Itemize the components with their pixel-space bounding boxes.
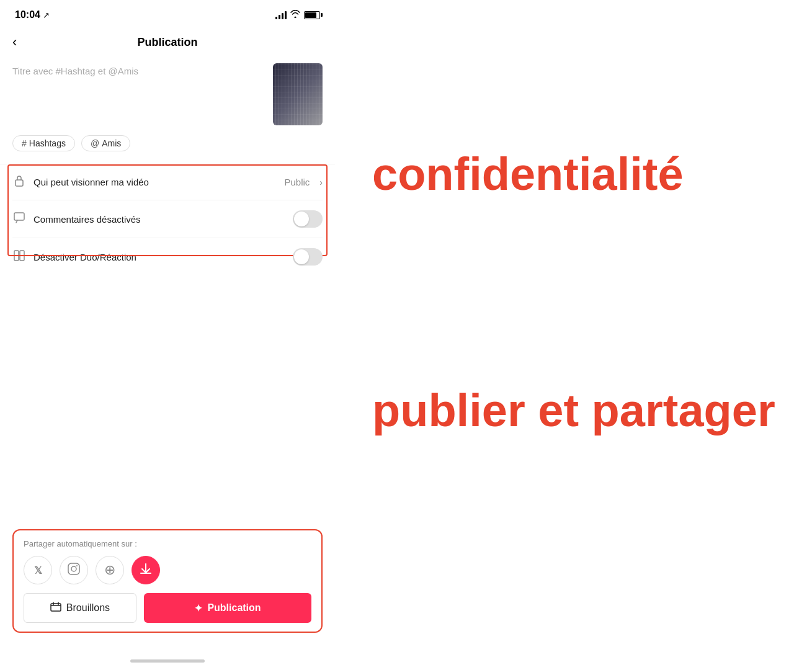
battery-icon xyxy=(304,11,320,19)
home-indicator xyxy=(130,659,205,663)
nav-bar: ‹ Publication xyxy=(0,27,335,57)
twitter-share-button[interactable]: 𝕏 xyxy=(24,556,52,584)
page-title: Publication xyxy=(137,36,197,49)
draft-icon xyxy=(50,602,61,614)
share-label: Partager automatiquement sur : xyxy=(24,539,311,548)
mention-label: Amis xyxy=(102,138,121,148)
content-area: Titre avec #Hashtag et @Amis # Hashtags … xyxy=(0,57,335,282)
back-button[interactable]: ‹ xyxy=(12,34,17,50)
svg-point-6 xyxy=(76,565,78,566)
mention-pill[interactable]: @ Amis xyxy=(81,135,130,151)
bottom-section: Partager automatiquement sur : 𝕏 xyxy=(12,529,323,633)
post-text-input[interactable]: Titre avec #Hashtag et @Amis xyxy=(12,63,265,125)
tags-row: # Hashtags @ Amis xyxy=(12,135,323,151)
toggle-knob xyxy=(294,212,309,226)
annotation-area: confidentialité publier et partager xyxy=(354,0,812,670)
status-bar: 10:04 ↗ xyxy=(0,0,335,27)
svg-point-5 xyxy=(71,566,76,571)
post-input-area: Titre avec #Hashtag et @Amis xyxy=(12,63,323,125)
share-icons-row: 𝕏 ⊕ xyxy=(24,556,311,584)
status-time: 10:04 xyxy=(15,9,40,20)
at-icon: @ xyxy=(91,138,99,148)
hash-icon: # xyxy=(22,138,27,148)
publish-button[interactable]: ✦ Publication xyxy=(144,593,311,623)
thumbnail-image xyxy=(273,63,323,125)
confidentialite-annotation: confidentialité xyxy=(372,149,793,199)
contacts-share-button[interactable]: ⊕ xyxy=(96,556,124,584)
comments-toggle[interactable] xyxy=(293,210,323,228)
toggle-knob-2 xyxy=(294,249,309,264)
twitter-icon: 𝕏 xyxy=(34,565,42,576)
sparkle-icon: ✦ xyxy=(194,602,202,614)
download-icon xyxy=(139,562,153,579)
draft-button[interactable]: Brouillons xyxy=(24,593,136,623)
instagram-icon xyxy=(67,562,81,579)
instagram-share-button[interactable] xyxy=(60,556,88,584)
download-share-button[interactable] xyxy=(132,556,160,584)
publish-label: Publication xyxy=(207,602,261,614)
contacts-icon: ⊕ xyxy=(104,563,115,577)
svg-rect-4 xyxy=(68,563,79,574)
action-buttons: Brouillons ✦ Publication xyxy=(24,593,311,623)
draft-label: Brouillons xyxy=(66,602,110,614)
wifi-icon xyxy=(290,10,300,20)
signal-icon xyxy=(275,11,287,19)
publier-annotation: publier et partager xyxy=(372,385,793,436)
svg-rect-7 xyxy=(51,604,61,611)
share-box: Partager automatiquement sur : 𝕏 xyxy=(12,529,323,633)
duet-toggle[interactable] xyxy=(293,248,323,266)
hashtag-pill[interactable]: # Hashtags xyxy=(12,135,75,151)
privacy-highlight-box xyxy=(7,164,328,256)
post-thumbnail xyxy=(273,63,323,125)
settings-section: Qui peut visionner ma vidéo Public › Com… xyxy=(12,164,323,275)
status-icons xyxy=(275,10,320,20)
hashtag-label: Hashtags xyxy=(29,138,66,148)
location-icon: ↗ xyxy=(43,11,50,20)
